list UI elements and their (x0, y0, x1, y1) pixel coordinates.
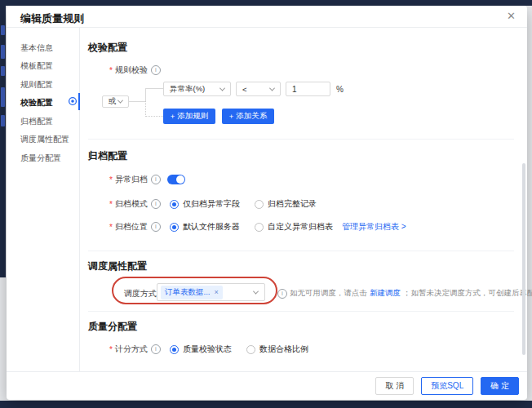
sidebar-active-indicator (78, 93, 80, 110)
required-marker: * (109, 345, 113, 354)
threshold-input[interactable] (286, 82, 330, 96)
chevron-down-icon (269, 85, 275, 91)
radio-selected-icon (170, 345, 179, 354)
confirm-button[interactable]: 确 定 (481, 377, 519, 395)
background-sidebar-mark (1, 45, 5, 59)
score-option-validation-status[interactable]: 质量校验状态 (170, 344, 232, 355)
score-method-row: * 计分方式 i 质量校验状态 数据合格比例 (109, 344, 308, 355)
exception-archive-row: * 异常归档 i (109, 174, 185, 185)
required-marker: * (109, 175, 113, 184)
tree-connector-dotted (145, 101, 146, 117)
info-icon: i (151, 175, 161, 184)
sidebar-item-template-config[interactable]: 模板配置 (20, 60, 53, 72)
add-relation-label: 添加关系 (236, 111, 267, 122)
content-scrollbar[interactable] (522, 163, 525, 355)
info-icon: i (277, 289, 287, 299)
section-divider (88, 251, 514, 251)
background-sidebar-mark (1, 66, 5, 76)
metric-select-value: 异常率(%) (170, 84, 205, 95)
archive-location-row: * 归档位置 i 默认文件服务器 自定义异常归档表 管理异常归档表 > (109, 221, 406, 233)
background-sidebar-mark (1, 87, 5, 107)
add-rule-button[interactable]: + 添加规则 (163, 109, 215, 124)
metric-select[interactable]: 异常率(%) (163, 82, 231, 96)
plus-icon: + (229, 112, 234, 121)
tree-connector-line (145, 88, 146, 102)
exception-archive-label: 异常归档 (115, 174, 148, 185)
cancel-button[interactable]: 取 消 (375, 377, 414, 395)
score-section-heading: 质量分配置 (88, 320, 137, 334)
schedule-hint: i 如无可用调度，请点击 新建调度 ；如暂未决定调度方式，可创建后再配置 (277, 288, 532, 299)
rule-validation-label-row: * 规则校验 i (109, 64, 161, 76)
archive-mode-row: * 归档模式 i 仅归档异常字段 归档完整记录 (109, 198, 317, 210)
radio-selected-icon (170, 223, 179, 232)
close-icon[interactable]: ✕ (507, 10, 516, 22)
schedule-mode-label: 调度方式 (124, 288, 157, 299)
operator-select[interactable]: < (236, 82, 281, 96)
create-schedule-link[interactable]: 新建调度 (370, 288, 401, 299)
sidebar-item-schedule-config[interactable]: 调度属性配置 (20, 134, 69, 145)
background-top-bar (0, 0, 532, 6)
chevron-down-icon (219, 85, 225, 91)
sidebar-item-basic-info[interactable]: 基本信息 (20, 42, 53, 54)
schedule-tag-text: 订单表数据... (165, 287, 210, 298)
schedule-mode-select[interactable]: 订单表数据... × (157, 283, 265, 301)
info-icon: i (151, 344, 161, 354)
archive-mode-label: 归档模式 (115, 198, 148, 210)
schedule-section-heading: 调度属性配置 (88, 259, 147, 273)
add-relation-button[interactable]: + 添加关系 (222, 109, 274, 124)
hint-text-prefix: 如无可用调度，请点击 (290, 288, 367, 299)
archive-location-option-default-server[interactable]: 默认文件服务器 (170, 221, 240, 233)
archive-mode-option-full-record[interactable]: 归档完整记录 (255, 198, 317, 210)
chevron-down-icon (253, 288, 259, 294)
exception-archive-toggle[interactable] (167, 175, 185, 184)
score-option-pass-ratio[interactable]: 数据合格比例 (246, 344, 308, 355)
info-icon: i (151, 65, 161, 75)
sidebar-divider (79, 28, 80, 371)
plus-icon: + (171, 112, 175, 121)
required-marker: * (109, 66, 113, 75)
section-divider (88, 311, 514, 312)
archive-location-label: 归档位置 (115, 221, 148, 233)
percent-unit-label: % (336, 85, 344, 94)
rule-validation-label: 规则校验 (115, 64, 148, 76)
radio-selected-icon (170, 200, 179, 209)
toggle-knob (176, 175, 184, 184)
preview-sql-button[interactable]: 预览SQL (421, 377, 473, 395)
info-icon: i (151, 199, 161, 209)
required-marker: * (109, 223, 113, 232)
sidebar-item-score-config[interactable]: 质量分配置 (20, 153, 61, 164)
background-bottom-bar (0, 401, 532, 408)
tree-connector-dotted (145, 116, 163, 117)
manage-archive-table-link[interactable]: 管理异常归档表 > (342, 221, 406, 233)
radio-unselected-icon (246, 345, 255, 354)
sidebar-item-validation-config[interactable]: 校验配置 (20, 97, 53, 109)
logic-or-dropdown[interactable]: 或 (102, 95, 129, 108)
background-sidebar-mark (1, 25, 5, 35)
schedule-selected-tag: 订单表数据... × (161, 286, 223, 299)
modal-title: 编辑质量规则 (20, 11, 84, 26)
score-method-label: 计分方式 (115, 344, 148, 355)
tag-remove-icon[interactable]: × (214, 288, 218, 296)
archive-mode-option-fields[interactable]: 仅归档异常字段 (170, 198, 240, 210)
anchor-pin-icon (68, 96, 78, 106)
sidebar-item-rule-config[interactable]: 规则配置 (20, 79, 53, 91)
info-icon: i (151, 222, 161, 232)
modal-footer: 取 消 预览SQL 确 定 (7, 371, 527, 400)
background-sidebar-mark (1, 115, 5, 126)
archive-section-heading: 归档配置 (88, 149, 127, 163)
add-rule-label: 添加规则 (177, 111, 208, 122)
sidebar-item-archive-config[interactable]: 归档配置 (20, 116, 53, 127)
operator-select-value: < (242, 85, 247, 94)
tree-connector-line (129, 101, 145, 102)
validation-section-heading: 校验配置 (88, 41, 127, 55)
radio-unselected-icon (255, 200, 264, 209)
archive-location-option-custom-table[interactable]: 自定义异常归档表 (255, 221, 333, 233)
section-divider (88, 139, 514, 140)
hint-text-suffix: ；如暂未决定调度方式，可创建后再配置 (403, 288, 532, 299)
radio-unselected-icon (255, 223, 264, 232)
chevron-down-icon (117, 98, 123, 104)
background-left-bar (0, 6, 6, 277)
modal-header: 编辑质量规则 ✕ (7, 6, 527, 28)
tree-connector-line (145, 88, 163, 89)
edit-quality-rule-modal: 编辑质量规则 ✕ 基本信息 模板配置 规则配置 校验配置 归档配置 调度属性配置… (7, 6, 527, 400)
